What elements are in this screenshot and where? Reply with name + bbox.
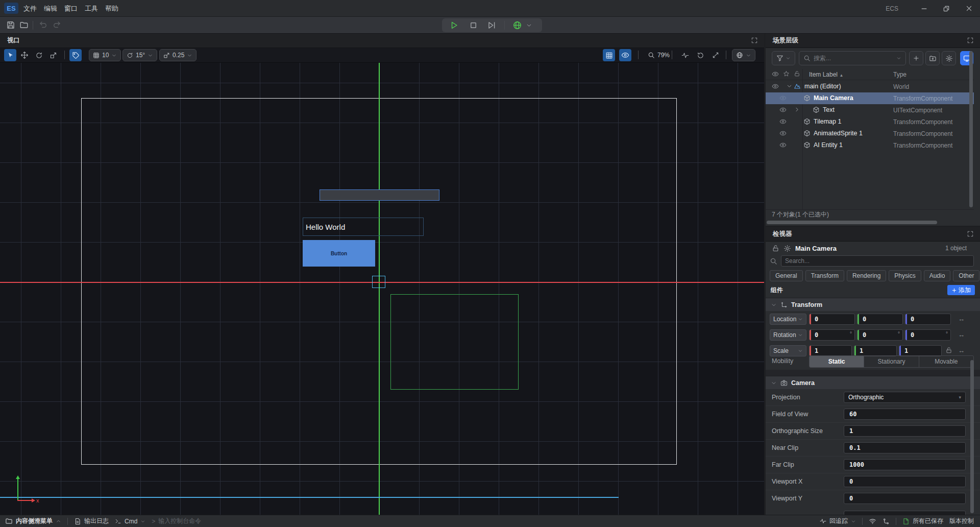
lock-icon[interactable] xyxy=(794,70,800,77)
link-values-icon[interactable]: ↔ xyxy=(958,315,965,323)
eye-icon[interactable] xyxy=(779,94,787,102)
eye-icon[interactable] xyxy=(779,106,787,113)
eye-icon[interactable] xyxy=(779,118,787,125)
fit-view-button[interactable] xyxy=(709,49,722,61)
rotate-step-dropdown[interactable]: 15° xyxy=(122,49,157,61)
tab-transform[interactable]: Transform xyxy=(805,270,844,281)
field-of-view-input[interactable] xyxy=(844,411,965,418)
hierarchy-search[interactable] xyxy=(799,51,906,65)
scene-slider-object[interactable] xyxy=(320,189,439,201)
far-clip-field[interactable] xyxy=(844,459,966,470)
rotation-x-field[interactable]: ° xyxy=(809,329,855,341)
horizontal-scrollbar[interactable] xyxy=(767,221,937,224)
visibility-toggle-button[interactable] xyxy=(619,49,631,61)
step-button[interactable] xyxy=(487,20,497,30)
maximize-button[interactable] xyxy=(935,0,958,17)
rotate-tool-button[interactable] xyxy=(33,49,45,61)
table-row[interactable]: Tilemap 1 TransformComponent xyxy=(766,116,974,128)
hierarchy-expand-button[interactable] xyxy=(967,37,974,44)
rotation-z-input[interactable] xyxy=(905,331,950,339)
chevron-down-icon[interactable] xyxy=(786,83,793,89)
tab-general[interactable]: General xyxy=(770,270,803,281)
open-button[interactable] xyxy=(19,20,29,30)
column-type[interactable]: Type xyxy=(893,71,906,78)
inspector-expand-button[interactable] xyxy=(967,230,974,237)
tab-rendering[interactable]: Rendering xyxy=(847,270,886,281)
select-tool-button[interactable] xyxy=(4,49,16,61)
cmd-dropdown[interactable]: Cmd xyxy=(115,518,145,525)
field-of-view-field[interactable] xyxy=(844,409,966,420)
filter-dropdown[interactable] xyxy=(772,51,795,65)
viewport-y-input[interactable] xyxy=(844,495,965,502)
console-command-input[interactable]: > 输入控制台命令 xyxy=(152,517,201,525)
world-select-chevron[interactable] xyxy=(526,22,532,29)
near-clip-input[interactable] xyxy=(844,444,965,451)
menu-help[interactable]: 帮助 xyxy=(100,0,124,17)
network-status-icon[interactable] xyxy=(869,517,876,525)
orthographic-size-input[interactable] xyxy=(844,427,965,435)
far-clip-input[interactable] xyxy=(844,461,965,468)
location-z-input[interactable] xyxy=(905,316,950,323)
save-button[interactable] xyxy=(6,20,15,30)
vertical-scrollbar[interactable] xyxy=(969,51,973,207)
scene-canvas[interactable]: Hello World Button x xyxy=(0,63,764,515)
viewport-y-field[interactable] xyxy=(844,493,966,504)
location-x-field[interactable] xyxy=(809,314,855,325)
minimize-button[interactable] xyxy=(913,0,935,17)
zoom-indicator[interactable]: 79% xyxy=(644,49,673,61)
eye-icon[interactable] xyxy=(772,83,779,90)
tab-audio[interactable]: Audio xyxy=(924,270,951,281)
lock-icon[interactable] xyxy=(772,245,779,252)
mobility-movable[interactable]: Movable xyxy=(919,356,973,367)
rotation-x-input[interactable] xyxy=(810,331,854,339)
version-control-button[interactable]: 版本控制 xyxy=(949,517,974,525)
location-dropdown[interactable]: Location xyxy=(770,314,806,325)
tab-physics[interactable]: Physics xyxy=(889,270,921,281)
gear-icon[interactable] xyxy=(783,245,791,252)
snap-toggle-button[interactable] xyxy=(69,49,82,61)
camera-section-header[interactable]: Camera xyxy=(766,376,980,389)
near-clip-field[interactable] xyxy=(844,442,966,453)
viewport-x-field[interactable] xyxy=(844,476,966,487)
grid-step-dropdown[interactable]: 10 xyxy=(89,49,121,61)
column-item-label[interactable]: Item Label ▲ xyxy=(809,71,843,78)
hierarchy-settings-button[interactable] xyxy=(942,51,956,65)
table-row[interactable]: Text UITextComponent xyxy=(766,104,974,116)
tab-other[interactable]: Other xyxy=(953,270,979,281)
stop-button[interactable] xyxy=(469,20,478,30)
route-button[interactable] xyxy=(883,518,890,525)
viewport-mode-dropdown[interactable] xyxy=(732,49,755,61)
scale-z-input[interactable] xyxy=(899,347,941,354)
eye-icon[interactable] xyxy=(779,130,787,137)
location-x-input[interactable] xyxy=(810,316,854,323)
mobility-stationary[interactable]: Stationary xyxy=(864,356,919,367)
stats-button[interactable] xyxy=(679,49,691,61)
rotation-y-field[interactable]: ° xyxy=(857,329,903,341)
vertical-scrollbar[interactable] xyxy=(970,360,974,513)
rotation-z-field[interactable]: ° xyxy=(905,329,951,341)
scene-text-object[interactable]: Hello World xyxy=(303,218,424,236)
inspector-search-input[interactable] xyxy=(785,257,970,265)
trace-dropdown[interactable]: 回追踪 xyxy=(820,517,856,525)
rotation-y-input[interactable] xyxy=(857,331,902,339)
location-y-field[interactable] xyxy=(857,314,903,325)
chevron-right-icon[interactable] xyxy=(794,106,800,113)
play-button[interactable] xyxy=(449,20,459,30)
redo-button[interactable] xyxy=(52,20,61,30)
projection-dropdown[interactable]: Orthographic▾ xyxy=(844,392,966,403)
undo-button[interactable] xyxy=(39,20,48,30)
selection-box[interactable] xyxy=(372,276,385,288)
scene-collider-rect[interactable] xyxy=(390,294,519,390)
eye-icon[interactable] xyxy=(779,141,787,149)
uniform-scale-lock-icon[interactable] xyxy=(945,347,952,354)
world-select-button[interactable] xyxy=(512,20,522,30)
save-status[interactable]: 所有已保存 xyxy=(902,517,943,525)
scale-step-dropdown[interactable]: 0.25 xyxy=(159,49,197,61)
scale-tool-button[interactable] xyxy=(47,49,59,61)
table-row[interactable]: AnimatedSprite 1 TransformComponent xyxy=(766,128,974,139)
location-y-input[interactable] xyxy=(857,316,902,323)
viewport-x-input[interactable] xyxy=(844,478,965,485)
scale-x-input[interactable] xyxy=(810,347,851,354)
reset-view-button[interactable] xyxy=(694,49,706,61)
orthographic-size-field[interactable] xyxy=(844,425,966,437)
